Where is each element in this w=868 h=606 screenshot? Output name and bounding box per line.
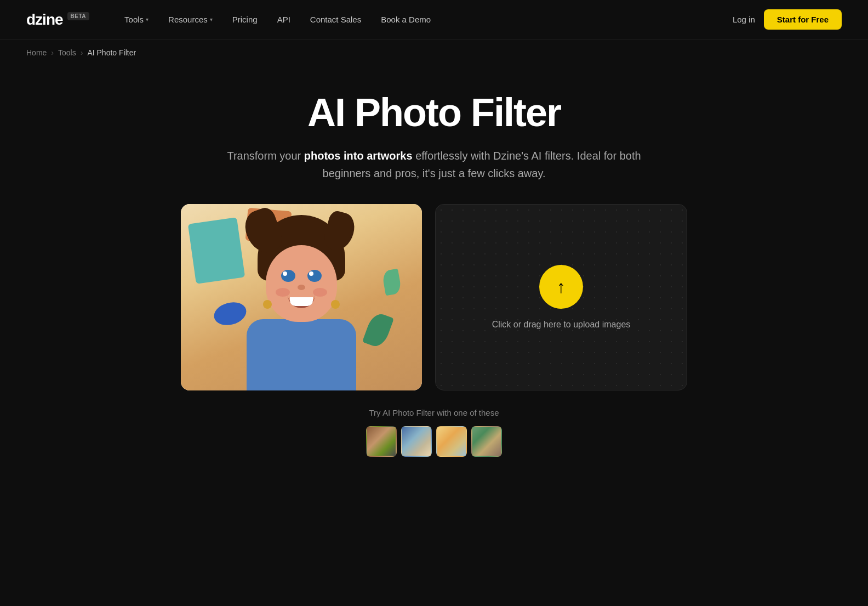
- sample-image: [181, 204, 422, 390]
- character-face: [266, 245, 337, 322]
- upload-arrow-icon: ↑: [557, 278, 566, 296]
- sample-thumb-1[interactable]: [366, 426, 397, 457]
- breadcrumb-home[interactable]: Home: [26, 48, 47, 57]
- sample-thumb-4[interactable]: [471, 426, 502, 457]
- sample-label: Try AI Photo Filter with one of these: [26, 408, 842, 417]
- hero-title: AI Photo Filter: [26, 92, 842, 134]
- nav-contact-sales[interactable]: Contact Sales: [301, 10, 370, 29]
- upload-icon-circle: ↑: [539, 265, 583, 309]
- chevron-down-icon: ▾: [146, 16, 149, 22]
- sample-thumb-2[interactable]: [401, 426, 432, 457]
- breadcrumb-tools[interactable]: Tools: [58, 48, 76, 57]
- breadcrumb: Home › Tools › AI Photo Filter: [0, 39, 868, 66]
- character-shirt: [247, 319, 356, 390]
- logo-text: dzine: [26, 11, 63, 29]
- breadcrumb-current: AI Photo Filter: [87, 48, 136, 57]
- sample-section: Try AI Photo Filter with one of these: [0, 390, 868, 483]
- sample-thumbs-container: [26, 426, 842, 457]
- character-earring-left: [263, 300, 272, 309]
- breadcrumb-sep-2: ›: [81, 48, 83, 57]
- nav-book-demo[interactable]: Book a Demo: [372, 10, 439, 29]
- nav-api[interactable]: API: [269, 10, 299, 29]
- login-button[interactable]: Log in: [733, 15, 755, 24]
- sample-image-panel: [181, 204, 422, 390]
- nav-tools[interactable]: Tools ▾: [116, 10, 157, 29]
- character-nose: [298, 285, 305, 290]
- start-for-free-button[interactable]: Start for Free: [764, 9, 842, 30]
- character-earring-right: [331, 300, 340, 309]
- main-nav: dzine BETA Tools ▾ Resources ▾ Pricing A…: [0, 0, 868, 39]
- character-teeth: [290, 297, 313, 306]
- character: [225, 215, 378, 390]
- subtitle-plain: Transform your: [227, 150, 304, 162]
- breadcrumb-sep-1: ›: [51, 48, 54, 57]
- subtitle-bold: photos into artworks: [304, 150, 413, 162]
- beta-badge: BETA: [67, 12, 89, 20]
- hero-section: AI Photo Filter Transform your photos in…: [0, 66, 868, 204]
- hero-subtitle: Transform your photos into artworks effo…: [226, 147, 642, 182]
- upload-panel[interactable]: ↑ Click or drag here to upload images: [435, 204, 687, 390]
- main-content: ↑ Click or drag here to upload images: [0, 204, 868, 390]
- sample-thumb-3[interactable]: [436, 426, 467, 457]
- nav-pricing[interactable]: Pricing: [224, 10, 266, 29]
- character-eye-left: [281, 270, 295, 282]
- logo-link[interactable]: dzine BETA: [26, 11, 89, 29]
- upload-prompt-text: Click or drag here to upload images: [492, 320, 631, 330]
- nav-actions: Log in Start for Free: [733, 9, 842, 30]
- nav-links: Tools ▾ Resources ▾ Pricing API Contact …: [116, 10, 733, 29]
- chevron-down-icon: ▾: [210, 16, 213, 22]
- nav-resources[interactable]: Resources ▾: [159, 10, 221, 29]
- character-eye-right: [307, 270, 322, 282]
